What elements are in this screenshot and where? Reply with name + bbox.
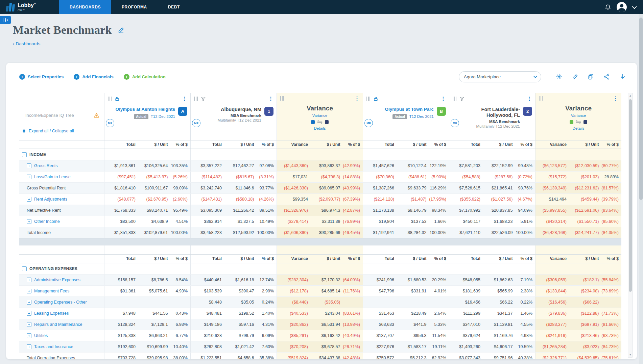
cell: ($214,128)($1,487)(17.95%) bbox=[363, 194, 449, 205]
table-scrollbar[interactable]: ▲ ▼ bbox=[628, 93, 633, 358]
expand-row-button[interactable]: + bbox=[27, 333, 31, 338]
column-menu-icon[interactable]: ⋮ bbox=[613, 96, 618, 101]
add-financials-button[interactable]: + Add Financials bbox=[74, 74, 113, 80]
drag-handle-icon[interactable] bbox=[108, 97, 112, 101]
filter-icon[interactable] bbox=[459, 96, 465, 101]
expand-row-button[interactable]: + bbox=[27, 344, 31, 349]
chevron-left-icon: ‹ bbox=[13, 41, 15, 46]
drag-handle-icon[interactable] bbox=[194, 97, 198, 101]
expand-row-button[interactable]: + bbox=[27, 289, 31, 293]
row-label[interactable]: Gross Rents bbox=[34, 163, 57, 168]
column-menu-icon[interactable]: ⋮ bbox=[268, 97, 273, 101]
row-label[interactable]: Operating Expenses - Other bbox=[34, 300, 87, 305]
dashboard-card: + Select Properties + Add Financials + A… bbox=[6, 63, 637, 359]
variance-details-link[interactable]: Details bbox=[572, 126, 584, 130]
property-letter-badge: A bbox=[178, 107, 187, 116]
row-label[interactable]: Administrative Expenses bbox=[34, 278, 80, 282]
cell bbox=[104, 263, 190, 274]
expand-row-button[interactable]: + bbox=[27, 278, 31, 282]
lock-icon[interactable] bbox=[115, 96, 120, 101]
row-label-cell: +Leasing Expenses bbox=[19, 308, 104, 319]
cell-value: ($5,997,855) bbox=[538, 208, 567, 213]
expand-all-collapse-all[interactable]: Expand all / Collapse all bbox=[23, 129, 74, 133]
download-icon[interactable] bbox=[619, 73, 626, 80]
cell-value: $1,768,333 bbox=[106, 208, 136, 213]
dashboard-select[interactable]: Agora Marketplace bbox=[459, 71, 541, 82]
scroll-up-arrow-icon[interactable]: ▲ bbox=[628, 94, 633, 97]
filter-icon[interactable] bbox=[201, 96, 206, 101]
row-label[interactable]: Management Fees bbox=[34, 289, 69, 293]
cell-value: $379,624 bbox=[451, 333, 480, 338]
property-title[interactable]: Olympus at Ashton Heights bbox=[115, 107, 175, 112]
cell-value: $227,976 bbox=[365, 344, 394, 349]
cell: $1,192,941$8,284.32100.00% bbox=[363, 227, 449, 238]
row-label[interactable]: Loss/Gain to Lease bbox=[34, 175, 71, 179]
cell: $7,581,203$22,152.9999.48% bbox=[449, 160, 535, 171]
collapse-section-button[interactable]: − bbox=[22, 266, 27, 271]
plus-icon: + bbox=[74, 74, 79, 80]
cell-value: $1,387,266 bbox=[365, 186, 394, 190]
benchmark-title: Fort Lauderdale-Hollywood, FL bbox=[459, 107, 520, 119]
sparkle-icon[interactable] bbox=[556, 73, 563, 80]
breadcrumb-back-link[interactable]: ‹Dashboards bbox=[13, 41, 40, 46]
expand-row-button[interactable]: + bbox=[27, 175, 31, 179]
row-label[interactable]: Rent Adjustments bbox=[34, 197, 67, 202]
benchmark-title: Albuquerque, NM bbox=[201, 107, 261, 112]
add-calculation-button[interactable]: + Add Calculation bbox=[124, 74, 166, 80]
page-scrollbar-thumb[interactable] bbox=[639, 18, 643, 200]
row-label[interactable]: Taxes and Insurance bbox=[34, 344, 73, 349]
drag-handle-icon[interactable] bbox=[366, 97, 370, 101]
row-label[interactable]: Repairs and Maintenance bbox=[34, 322, 82, 327]
tab-debt[interactable]: DEBT bbox=[158, 0, 190, 14]
cell-value: $100,911.67 bbox=[136, 186, 168, 190]
table-scrollbar-thumb[interactable] bbox=[629, 99, 632, 292]
collapse-section-button[interactable]: − bbox=[22, 152, 27, 157]
cell-value: ($6,139,349) bbox=[538, 186, 567, 190]
copy-icon[interactable] bbox=[588, 73, 594, 80]
drag-handle-icon[interactable] bbox=[539, 96, 543, 101]
spacer-cell bbox=[19, 245, 104, 254]
column-menu-icon[interactable]: ⋮ bbox=[182, 97, 187, 101]
row-label[interactable]: Leasing Expenses bbox=[34, 311, 69, 316]
edit-title-pencil-icon[interactable] bbox=[117, 26, 125, 34]
drag-handle-icon[interactable] bbox=[280, 96, 284, 101]
share-icon[interactable] bbox=[603, 73, 610, 80]
expand-row-button[interactable]: + bbox=[27, 163, 31, 168]
expand-row-button[interactable]: + bbox=[27, 322, 31, 327]
property-title[interactable]: Olympus at Town Parc bbox=[373, 107, 434, 112]
expand-row-button[interactable]: + bbox=[27, 311, 31, 316]
variance-details-link[interactable]: Details bbox=[314, 126, 326, 130]
cell bbox=[104, 149, 190, 160]
drag-handle-icon[interactable] bbox=[453, 97, 456, 101]
expand-row-button[interactable]: + bbox=[27, 219, 31, 224]
cell-value: 4.31% bbox=[254, 322, 274, 327]
column-menu-icon[interactable]: ⋮ bbox=[440, 97, 446, 101]
column-menu-icon[interactable]: ⋮ bbox=[354, 96, 360, 101]
expand-row-button[interactable]: + bbox=[27, 300, 31, 305]
tab-proforma[interactable]: PROFORMA bbox=[111, 0, 158, 14]
expand-row-button[interactable]: + bbox=[27, 197, 31, 202]
lock-icon[interactable] bbox=[373, 96, 378, 101]
column-menu-icon[interactable]: ⋮ bbox=[527, 97, 532, 101]
notifications-bell-icon[interactable] bbox=[604, 4, 611, 10]
user-menu-chevron-icon[interactable] bbox=[632, 4, 637, 9]
user-avatar[interactable] bbox=[617, 2, 627, 12]
scroll-down-arrow-icon[interactable]: ▼ bbox=[628, 353, 633, 356]
tab-dashboards[interactable]: DASHBOARDS bbox=[59, 0, 111, 14]
subheader-label: Total bbox=[106, 256, 136, 261]
row-label[interactable]: Utilities bbox=[34, 333, 48, 338]
brand-logo[interactable]: Lobby™ CRE bbox=[0, 0, 59, 14]
cell-value: $19,804 bbox=[365, 219, 394, 224]
row-label[interactable]: Other Income bbox=[34, 219, 60, 224]
select-properties-button[interactable]: + Select Properties bbox=[19, 74, 64, 80]
cell-value: $1,862.63 bbox=[480, 278, 513, 282]
subheader-cell: Total$ / Unit% of $ bbox=[190, 140, 277, 149]
legend-square-a bbox=[311, 120, 315, 124]
sidebar-expand-button[interactable]: › bbox=[0, 16, 11, 24]
page-scrollbar[interactable] bbox=[639, 14, 643, 364]
cell-value: 38.00% bbox=[168, 356, 188, 359]
cell-value: $9,633.79 bbox=[394, 186, 427, 190]
cell-value: $9,751.96 bbox=[480, 356, 513, 359]
section-label-cell: −INCOME bbox=[19, 149, 104, 160]
edit-pencil-icon[interactable] bbox=[572, 73, 578, 80]
